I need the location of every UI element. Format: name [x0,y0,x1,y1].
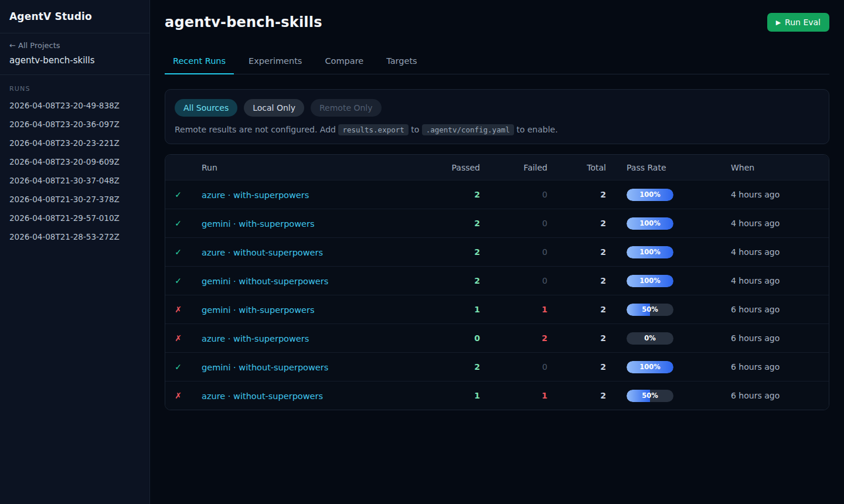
pass-rate-label: 100% [627,275,673,287]
source-filter-chip-remote-only[interactable]: Remote Only [311,99,382,117]
source-filter-chips: All SourcesLocal OnlyRemote Only [175,99,819,117]
note-code-config-yaml: .agentv/config.yaml [422,124,514,135]
table-body: ✓ azure · with-superpowers 2 0 2 100% 4 … [165,180,829,410]
note-code-results-export: results.export [338,124,408,135]
passed-count: 2 [403,276,480,285]
run-when: 4 hours ago [731,190,829,199]
run-when: 6 hours ago [731,333,829,343]
sidebar-run-item[interactable]: 2026-04-08T23-20-23-221Z [0,134,149,152]
sidebar-run-item[interactable]: 2026-04-08T21-29-57-010Z [0,209,149,227]
pass-rate-label: 100% [627,217,673,230]
run-status-icon: ✓ [165,276,191,285]
recent-runs-table: Run Passed Failed Total Pass Rate When ✓… [165,154,829,410]
sidebar-run-list: 2026-04-08T23-20-49-838Z2026-04-08T23-20… [0,96,149,246]
table-row[interactable]: ✓ azure · without-superpowers 2 0 2 100%… [165,237,829,266]
main-content: agentv-bench-skills ▶ Run Eval Recent Ru… [150,0,844,504]
sidebar-run-item[interactable]: 2026-04-08T23-20-49-838Z [0,96,149,115]
run-status-icon: ✓ [165,362,191,372]
table-row[interactable]: ✓ azure · with-superpowers 2 0 2 100% 4 … [165,180,829,209]
col-header-total: Total [547,163,606,172]
run-link[interactable]: azure · without-superpowers [202,248,323,257]
pass-rate-label: 50% [627,304,673,316]
run-link[interactable]: gemini · with-superpowers [202,219,315,229]
total-count: 2 [547,333,606,343]
pass-rate-pill: 100% [627,189,673,201]
total-count: 2 [547,190,606,199]
table-row[interactable]: ✓ gemini · without-superpowers 2 0 2 100… [165,352,829,381]
run-link[interactable]: azure · with-superpowers [202,334,309,343]
source-filter-chip-local-only[interactable]: Local Only [244,99,304,117]
passed-count: 0 [403,333,480,343]
sidebar-run-item[interactable]: 2026-04-08T21-30-27-378Z [0,190,149,209]
run-when: 6 hours ago [731,391,829,400]
pass-rate-pill: 0% [627,332,673,345]
page-title: agentv-bench-skills [165,14,322,30]
failed-count: 0 [480,190,547,199]
run-link[interactable]: gemini · without-superpowers [202,363,328,372]
run-link[interactable]: azure · with-superpowers [202,190,309,200]
passed-count: 2 [403,190,480,199]
passed-count: 2 [403,247,480,257]
col-header-run: Run [191,163,403,172]
failed-count: 0 [480,219,547,228]
pass-rate-pill: 50% [627,390,673,402]
pass-rate-pill: 50% [627,304,673,316]
run-status-icon: ✓ [165,190,191,199]
tab-bar: Recent RunsExperimentsCompareTargets [165,51,829,74]
tab-experiments[interactable]: Experiments [240,51,310,74]
note-middle: to [409,125,422,134]
run-when: 6 hours ago [731,362,829,372]
tab-targets[interactable]: Targets [378,51,425,74]
tab-recent-runs[interactable]: Recent Runs [165,51,234,74]
failed-count: 0 [480,276,547,285]
total-count: 2 [547,362,606,372]
table-row[interactable]: ✗ azure · without-superpowers 1 1 2 50% … [165,381,829,410]
run-status-icon: ✗ [165,391,191,400]
sidebar-project-name: agentv-bench-skills [9,55,140,66]
failed-count: 1 [480,305,547,314]
sidebar-run-item[interactable]: 2026-04-08T21-30-37-048Z [0,171,149,190]
run-status-icon: ✗ [165,305,191,314]
pass-rate-label: 100% [627,246,673,258]
run-eval-button[interactable]: ▶ Run Eval [767,13,829,32]
pass-rate-label: 100% [627,361,673,373]
table-row[interactable]: ✗ azure · with-superpowers 0 2 2 0% 6 ho… [165,323,829,352]
project-block: ← All Projects agentv-bench-skills [0,33,149,75]
run-link[interactable]: azure · without-superpowers [202,391,323,401]
run-link[interactable]: gemini · with-superpowers [202,305,315,315]
source-filter-chip-all-sources[interactable]: All Sources [175,99,237,117]
pass-rate-label: 50% [627,390,673,402]
table-header-row: Run Passed Failed Total Pass Rate When [165,155,829,180]
table-row[interactable]: ✓ gemini · without-superpowers 2 0 2 100… [165,266,829,295]
note-prefix: Remote results are not configured. Add [175,125,338,134]
total-count: 2 [547,219,606,228]
run-when: 6 hours ago [731,305,829,314]
table-row[interactable]: ✓ gemini · with-superpowers 2 0 2 100% 4… [165,209,829,237]
total-count: 2 [547,276,606,285]
failed-count: 0 [480,362,547,372]
sidebar-run-item[interactable]: 2026-04-08T21-28-53-272Z [0,227,149,246]
play-icon: ▶ [776,19,781,26]
table-row[interactable]: ✗ gemini · with-superpowers 1 1 2 50% 6 … [165,295,829,323]
col-header-passed: Passed [403,163,480,172]
run-when: 4 hours ago [731,247,829,257]
run-status-icon: ✗ [165,333,191,343]
pass-rate-pill: 100% [627,217,673,230]
passed-count: 2 [403,362,480,372]
failed-count: 0 [480,247,547,257]
tab-compare[interactable]: Compare [316,51,372,74]
page-header: agentv-bench-skills ▶ Run Eval [165,13,829,32]
remote-config-note: Remote results are not configured. Add r… [175,125,819,134]
pass-rate-pill: 100% [627,275,673,287]
run-when: 4 hours ago [731,219,829,228]
run-when: 4 hours ago [731,276,829,285]
passed-count: 1 [403,391,480,400]
back-to-all-projects-link[interactable]: ← All Projects [9,41,140,50]
total-count: 2 [547,305,606,314]
sidebar-run-item[interactable]: 2026-04-08T23-20-09-609Z [0,152,149,171]
run-link[interactable]: gemini · without-superpowers [202,277,328,286]
run-status-icon: ✓ [165,247,191,257]
pass-rate-pill: 100% [627,246,673,258]
sidebar-run-item[interactable]: 2026-04-08T23-20-36-097Z [0,115,149,134]
run-status-icon: ✓ [165,219,191,228]
